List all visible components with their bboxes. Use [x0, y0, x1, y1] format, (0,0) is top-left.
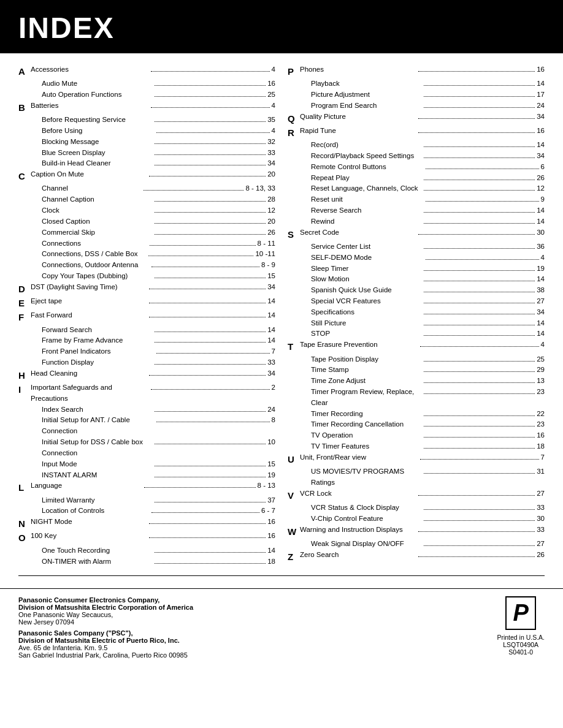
entry-dots [418, 234, 535, 235]
entry-text: Before Using4 [42, 126, 275, 137]
entry-page: 14 [267, 325, 275, 336]
entry-name: Rec(ord) [311, 140, 422, 151]
list-item: Copy Your Tapes (Dubbing)15 [18, 271, 275, 282]
list-item: Slow Motion14 [288, 274, 545, 285]
entry-name: Record/Playback Speed Settings [311, 151, 422, 162]
entry-text: Quality Picture34 [300, 112, 545, 123]
entry-text: Tape Erasure Prevention4 [300, 339, 545, 351]
entry-page: 10 [267, 437, 275, 448]
list-item: Clock12 [18, 205, 275, 216]
entry-dots [418, 71, 535, 72]
entry-name: Tape Erasure Prevention [300, 339, 418, 351]
entry-page: 16 [537, 126, 545, 137]
entry-page: 34 [267, 368, 275, 379]
entry-text: NIGHT Mode16 [31, 517, 275, 528]
entry-name: US MOVIES/TV PROGRAMS Ratings [311, 466, 422, 488]
entry-page: 12 [537, 183, 545, 194]
list-item: Connections, DSS / Cable Box10 -11 [18, 249, 275, 260]
entry-dots [155, 201, 266, 202]
entry-text: Time Stamp29 [311, 365, 545, 376]
list-item: Service Center List36 [288, 241, 545, 252]
entry-name: Timer Recording Cancellation [311, 419, 422, 430]
entry-dots [424, 325, 535, 325]
entry-name: STOP [311, 328, 422, 339]
entry-dots [151, 267, 259, 267]
entry-page: 4 [272, 64, 275, 75]
entry-page: 37 [267, 495, 275, 506]
entry-page: 22 [537, 409, 545, 420]
entry-page: 34 [537, 307, 545, 318]
entry-text: Head Cleaning34 [31, 368, 275, 379]
entry-page: 8 - 9 [261, 260, 275, 271]
index-letter: T [288, 339, 299, 354]
list-item: Timer Recording Cancellation23 [288, 419, 545, 430]
list-item: QQuality Picture34 [288, 112, 545, 126]
list-item: PPhones16 [288, 64, 545, 78]
entry-page: 16 [267, 78, 275, 89]
entry-page: 36 [537, 241, 545, 252]
entry-dots [155, 223, 266, 224]
entry-text: Audio Mute16 [42, 78, 275, 89]
entry-dots [426, 259, 538, 260]
entry-text: Warning and Instruction Displays33 [300, 525, 545, 536]
entry-name: Forward Search [42, 325, 153, 336]
entry-text: US MOVIES/TV PROGRAMS Ratings31 [311, 466, 545, 488]
entry-text: Reset unit9 [311, 194, 545, 205]
list-item: Remote Control Buttons6 [288, 162, 545, 173]
index-letter: N [18, 517, 29, 531]
entry-page: 14 [537, 140, 545, 151]
entry-page: 14 [267, 296, 275, 307]
entry-page: 18 [537, 441, 545, 452]
entry-page: 4 [541, 252, 545, 264]
list-item: Time Zone Adjust13 [288, 376, 545, 387]
entry-text: Still Picture14 [311, 318, 545, 329]
entry-text: One Touch Recording14 [42, 545, 275, 556]
entry-name: Frame by Frame Advance [42, 335, 153, 346]
entry-dots [155, 552, 266, 553]
entry-text: Front Panel Indicators7 [42, 346, 275, 357]
panasonic-p-logo: P [505, 596, 536, 630]
index-letter: E [18, 296, 29, 310]
entry-page: 34 [537, 151, 545, 162]
entry-dots [424, 371, 535, 372]
entry-name: Front Panel Indicators [42, 346, 155, 357]
entry-dots [151, 71, 269, 72]
entry-page: 10 -11 [255, 249, 275, 260]
entry-name: Rapid Tune [300, 126, 416, 137]
list-item: Build-in Head Cleaner34 [18, 158, 275, 169]
entry-name: Input Mode [42, 459, 153, 470]
list-item: ZZero Search26 [288, 550, 545, 564]
entry-dots [155, 466, 266, 466]
entry-name: NIGHT Mode [31, 517, 147, 528]
entry-dots [144, 190, 243, 191]
entry-dots [155, 411, 266, 412]
entry-page: 7 [541, 452, 545, 463]
entry-dots [151, 389, 269, 390]
entry-text: Slow Motion14 [311, 274, 545, 285]
entry-page: 27 [537, 296, 545, 307]
entry-text: Frame by Frame Advance14 [42, 335, 275, 346]
entry-dots [155, 563, 266, 564]
entry-dots [155, 342, 266, 343]
entry-text: Picture Adjustment17 [311, 89, 545, 100]
entry-name: V-Chip Control Feature [311, 514, 422, 525]
list-item: Rewind14 [288, 216, 545, 227]
list-item: Repeat Play26 [288, 173, 545, 184]
entry-page: 35 [267, 115, 275, 126]
list-item: Picture Adjustment17 [288, 89, 545, 100]
entry-dots [151, 512, 259, 513]
entry-text: Accessories4 [31, 64, 275, 75]
index-letter: Q [288, 112, 299, 126]
entry-dots [424, 270, 535, 271]
entry-name: Time Stamp [311, 365, 422, 376]
entry-dots [424, 393, 535, 394]
entry-page: 34 [267, 282, 275, 293]
list-item: CCaption On Mute20 [18, 169, 275, 183]
entry-name: Special VCR Features [311, 296, 422, 307]
entry-page: 8 [272, 415, 275, 426]
entry-page: 13 [537, 376, 545, 387]
entry-page: 23 [537, 419, 545, 430]
entry-text: Copy Your Tapes (Dubbing)15 [42, 271, 275, 282]
entry-name: Slow Motion [311, 274, 422, 285]
address2: New Jersey 07094 [18, 618, 484, 626]
